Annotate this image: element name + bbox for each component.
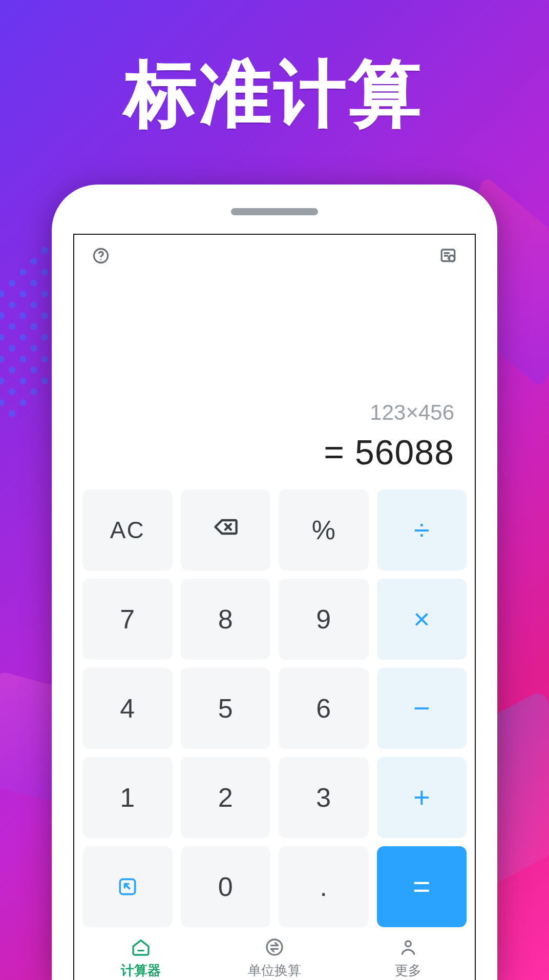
- person-icon: [397, 936, 419, 958]
- phone-frame: 123×456 = 56088 AC % ÷ 7 8 9 × 4 5 6: [52, 185, 497, 980]
- nav-unit-convert[interactable]: 单位换算: [208, 931, 342, 980]
- bottom-nav: 计算器 单位换算 更多: [74, 931, 475, 980]
- key-equals[interactable]: =: [377, 846, 467, 927]
- home-icon: [130, 936, 152, 958]
- key-multiply[interactable]: ×: [377, 579, 467, 660]
- svg-point-1: [100, 259, 101, 260]
- key-5[interactable]: 5: [181, 668, 271, 749]
- result-display: = 56088: [95, 432, 454, 472]
- key-8[interactable]: 8: [181, 579, 271, 660]
- key-9[interactable]: 9: [279, 579, 369, 660]
- nav-label: 计算器: [121, 962, 161, 979]
- nav-calculator[interactable]: 计算器: [74, 931, 208, 980]
- page-title: 标准计算: [0, 46, 549, 144]
- nav-label: 单位换算: [248, 962, 301, 979]
- nav-label: 更多: [395, 962, 421, 979]
- svg-point-9: [267, 940, 282, 955]
- key-3[interactable]: 3: [279, 757, 369, 838]
- key-0[interactable]: 0: [181, 846, 271, 927]
- svg-point-10: [405, 941, 411, 947]
- app-screen: 123×456 = 56088 AC % ÷ 7 8 9 × 4 5 6: [73, 234, 476, 980]
- key-percent[interactable]: %: [279, 489, 369, 570]
- nav-more[interactable]: 更多: [341, 931, 475, 980]
- key-ac[interactable]: AC: [82, 489, 173, 570]
- key-delete[interactable]: [181, 489, 271, 570]
- key-1[interactable]: 1: [82, 757, 173, 838]
- key-plus[interactable]: +: [377, 757, 467, 838]
- key-divide[interactable]: ÷: [377, 489, 467, 570]
- key-minus[interactable]: −: [377, 668, 467, 749]
- key-6[interactable]: 6: [279, 668, 369, 749]
- key-2[interactable]: 2: [181, 757, 271, 838]
- keypad: AC % ÷ 7 8 9 × 4 5 6 − 1 2 3 +: [74, 485, 475, 930]
- key-4[interactable]: 4: [82, 668, 173, 749]
- key-expand[interactable]: [82, 846, 173, 927]
- key-dot[interactable]: .: [279, 846, 369, 927]
- convert-icon: [263, 936, 286, 958]
- history-icon[interactable]: [437, 244, 459, 267]
- help-icon[interactable]: [90, 244, 112, 267]
- backspace-icon: [212, 514, 239, 546]
- key-7[interactable]: 7: [82, 579, 173, 660]
- expression-display: 123×456: [95, 400, 454, 425]
- phone-speaker: [231, 208, 318, 215]
